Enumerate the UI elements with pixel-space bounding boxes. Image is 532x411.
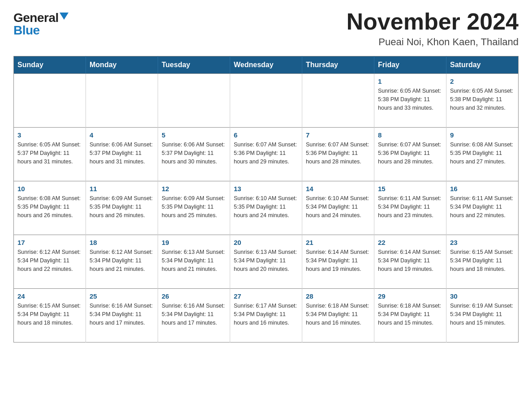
calendar-day-cell: 25Sunrise: 6:16 AM Sunset: 5:34 PM Dayli… [86,289,158,342]
calendar-header-cell-saturday: Saturday [446,56,519,74]
calendar-day-cell: 16Sunrise: 6:11 AM Sunset: 5:34 PM Dayli… [446,181,519,235]
day-info: Sunrise: 6:18 AM Sunset: 5:34 PM Dayligh… [378,302,442,327]
calendar-day-cell: 19Sunrise: 6:13 AM Sunset: 5:34 PM Dayli… [158,235,230,289]
day-number: 24 [17,292,82,300]
calendar-day-cell: 2Sunrise: 6:05 AM Sunset: 5:38 PM Daylig… [446,74,519,128]
day-info: Sunrise: 6:15 AM Sunset: 5:34 PM Dayligh… [450,248,515,273]
calendar-day-cell: 22Sunrise: 6:14 AM Sunset: 5:34 PM Dayli… [374,235,446,289]
calendar-day-cell: 9Sunrise: 6:08 AM Sunset: 5:35 PM Daylig… [446,128,519,181]
calendar-day-cell: 13Sunrise: 6:10 AM Sunset: 5:35 PM Dayli… [230,181,302,235]
calendar-week-row: 10Sunrise: 6:08 AM Sunset: 5:35 PM Dayli… [14,181,519,235]
day-info: Sunrise: 6:14 AM Sunset: 5:34 PM Dayligh… [306,248,370,273]
calendar-title: November 2024 [347,9,519,34]
calendar-day-cell: 23Sunrise: 6:15 AM Sunset: 5:34 PM Dayli… [446,235,519,289]
calendar-header-cell-friday: Friday [374,56,446,74]
day-info: Sunrise: 6:16 AM Sunset: 5:34 PM Dayligh… [90,302,154,327]
calendar-week-row: 24Sunrise: 6:15 AM Sunset: 5:34 PM Dayli… [14,289,519,342]
day-info: Sunrise: 6:07 AM Sunset: 5:36 PM Dayligh… [234,141,298,166]
calendar-header: SundayMondayTuesdayWednesdayThursdayFrid… [14,56,519,74]
calendar-day-cell: 27Sunrise: 6:17 AM Sunset: 5:34 PM Dayli… [230,289,302,342]
day-number: 23 [450,239,515,246]
day-info: Sunrise: 6:07 AM Sunset: 5:36 PM Dayligh… [378,141,442,166]
calendar-body: 1Sunrise: 6:05 AM Sunset: 5:38 PM Daylig… [14,74,519,342]
day-number: 8 [378,131,442,139]
calendar-day-cell: 14Sunrise: 6:10 AM Sunset: 5:34 PM Dayli… [302,181,374,235]
day-number: 22 [378,239,442,246]
day-info: Sunrise: 6:05 AM Sunset: 5:37 PM Dayligh… [17,141,82,166]
day-info: Sunrise: 6:05 AM Sunset: 5:38 PM Dayligh… [450,87,515,112]
calendar-day-cell: 26Sunrise: 6:16 AM Sunset: 5:34 PM Dayli… [158,289,230,342]
day-info: Sunrise: 6:14 AM Sunset: 5:34 PM Dayligh… [378,248,442,273]
calendar-day-cell: 10Sunrise: 6:08 AM Sunset: 5:35 PM Dayli… [14,181,86,235]
day-number: 21 [306,239,370,246]
day-number: 5 [162,131,226,139]
day-info: Sunrise: 6:10 AM Sunset: 5:34 PM Dayligh… [306,194,370,219]
calendar-day-cell: 15Sunrise: 6:11 AM Sunset: 5:34 PM Dayli… [374,181,446,235]
calendar-day-cell: 3Sunrise: 6:05 AM Sunset: 5:37 PM Daylig… [14,128,86,181]
day-info: Sunrise: 6:17 AM Sunset: 5:34 PM Dayligh… [234,302,298,327]
calendar-header-cell-tuesday: Tuesday [158,56,230,74]
day-info: Sunrise: 6:13 AM Sunset: 5:34 PM Dayligh… [234,248,298,273]
day-number: 25 [90,292,154,300]
day-number: 2 [450,77,515,85]
day-number: 4 [90,131,154,139]
day-info: Sunrise: 6:08 AM Sunset: 5:35 PM Dayligh… [450,141,515,166]
day-number: 26 [162,292,226,300]
day-number: 19 [162,239,226,246]
day-number: 10 [17,185,82,193]
day-info: Sunrise: 6:12 AM Sunset: 5:34 PM Dayligh… [17,248,82,273]
day-info: Sunrise: 6:13 AM Sunset: 5:34 PM Dayligh… [162,248,226,273]
day-info: Sunrise: 6:11 AM Sunset: 5:34 PM Dayligh… [378,194,442,219]
page-header: General Blue November 2024 Pueai Noi, Kh… [13,9,519,48]
day-number: 6 [234,131,298,139]
calendar-day-cell [86,74,158,128]
day-info: Sunrise: 6:19 AM Sunset: 5:34 PM Dayligh… [450,302,515,327]
calendar-header-cell-monday: Monday [86,56,158,74]
calendar-day-cell: 28Sunrise: 6:18 AM Sunset: 5:34 PM Dayli… [302,289,374,342]
logo-triangle-icon [60,13,69,20]
calendar-day-cell: 1Sunrise: 6:05 AM Sunset: 5:38 PM Daylig… [374,74,446,128]
calendar-week-row: 17Sunrise: 6:12 AM Sunset: 5:34 PM Dayli… [14,235,519,289]
calendar-table: SundayMondayTuesdayWednesdayThursdayFrid… [13,56,519,342]
calendar-day-cell [302,74,374,128]
calendar-day-cell: 7Sunrise: 6:07 AM Sunset: 5:36 PM Daylig… [302,128,374,181]
calendar-day-cell: 21Sunrise: 6:14 AM Sunset: 5:34 PM Dayli… [302,235,374,289]
day-info: Sunrise: 6:07 AM Sunset: 5:36 PM Dayligh… [306,141,370,166]
calendar-week-row: 3Sunrise: 6:05 AM Sunset: 5:37 PM Daylig… [14,128,519,181]
day-info: Sunrise: 6:06 AM Sunset: 5:37 PM Dayligh… [162,141,226,166]
logo-blue-text: Blue [13,24,40,37]
calendar-day-cell [230,74,302,128]
logo: General Blue [13,9,69,37]
day-number: 17 [17,239,82,246]
day-number: 7 [306,131,370,139]
calendar-day-cell: 5Sunrise: 6:06 AM Sunset: 5:37 PM Daylig… [158,128,230,181]
calendar-header-cell-thursday: Thursday [302,56,374,74]
day-info: Sunrise: 6:06 AM Sunset: 5:37 PM Dayligh… [90,141,154,166]
calendar-title-area: November 2024 Pueai Noi, Khon Kaen, Thai… [347,9,519,48]
day-number: 30 [450,292,515,300]
calendar-day-cell: 11Sunrise: 6:09 AM Sunset: 5:35 PM Dayli… [86,181,158,235]
day-info: Sunrise: 6:08 AM Sunset: 5:35 PM Dayligh… [17,194,82,219]
calendar-header-cell-sunday: Sunday [14,56,86,74]
day-info: Sunrise: 6:12 AM Sunset: 5:34 PM Dayligh… [90,248,154,273]
calendar-day-cell: 20Sunrise: 6:13 AM Sunset: 5:34 PM Dayli… [230,235,302,289]
day-info: Sunrise: 6:09 AM Sunset: 5:35 PM Dayligh… [90,194,154,219]
day-number: 15 [378,185,442,193]
day-number: 29 [378,292,442,300]
calendar-day-cell: 12Sunrise: 6:09 AM Sunset: 5:35 PM Dayli… [158,181,230,235]
day-number: 1 [378,77,442,85]
day-number: 27 [234,292,298,300]
calendar-day-cell: 18Sunrise: 6:12 AM Sunset: 5:34 PM Dayli… [86,235,158,289]
day-number: 11 [90,185,154,193]
day-number: 20 [234,239,298,246]
day-number: 9 [450,131,515,139]
day-number: 18 [90,239,154,246]
day-info: Sunrise: 6:16 AM Sunset: 5:34 PM Dayligh… [162,302,226,327]
day-info: Sunrise: 6:09 AM Sunset: 5:35 PM Dayligh… [162,194,226,219]
day-number: 28 [306,292,370,300]
calendar-day-cell: 30Sunrise: 6:19 AM Sunset: 5:34 PM Dayli… [446,289,519,342]
calendar-week-row: 1Sunrise: 6:05 AM Sunset: 5:38 PM Daylig… [14,74,519,128]
day-number: 3 [17,131,82,139]
calendar-header-cell-wednesday: Wednesday [230,56,302,74]
calendar-day-cell [158,74,230,128]
